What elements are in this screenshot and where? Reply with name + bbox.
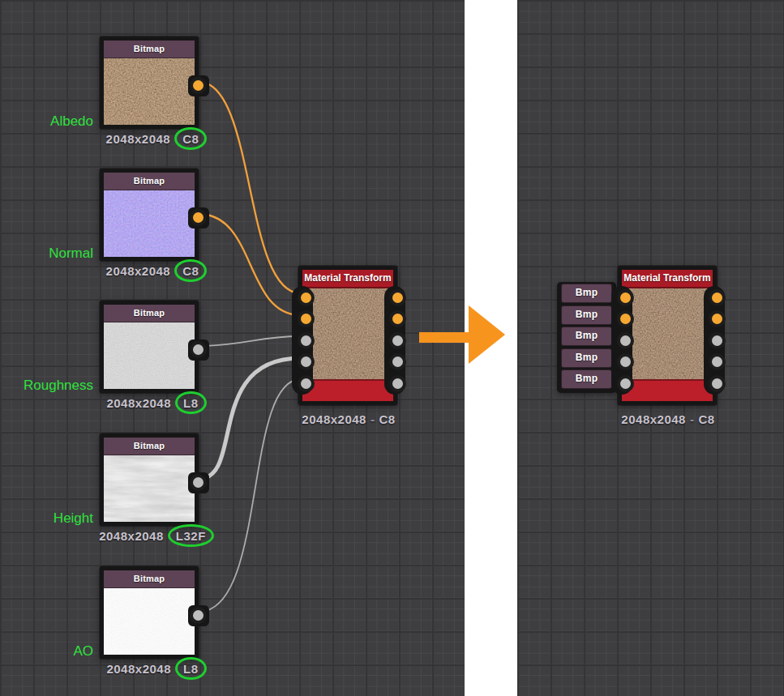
material-transform-header: Material Transform — [302, 270, 393, 288]
material-transform-caption-before: 2048x2048 - C8 — [274, 410, 423, 428]
bmp-node-5[interactable]: Bmp — [561, 369, 612, 389]
height-thumbnail — [104, 455, 195, 522]
output-port-4[interactable] — [709, 353, 726, 370]
node-label-height: Height — [4, 510, 93, 527]
ao-output-port[interactable] — [190, 607, 207, 624]
size-text: 2048x2048 — [106, 264, 171, 278]
normal-thumbnail — [104, 190, 195, 257]
bmp-node-4[interactable]: Bmp — [561, 348, 612, 368]
input-port-2[interactable] — [617, 310, 634, 327]
output-port-5[interactable] — [389, 375, 406, 392]
format-text: C8 — [379, 412, 395, 426]
bmp-node-group: Bmp Bmp Bmp Bmp Bmp — [557, 282, 616, 393]
bitmap-node-header: Bitmap — [104, 570, 195, 588]
separator: - — [371, 412, 375, 426]
bitmap-node-height[interactable]: Bitmap — [100, 433, 199, 526]
node-graph-screenshot: Bitmap Albedo 2048x2048 C8 Bitmap Normal… — [0, 0, 784, 696]
output-port-4[interactable] — [389, 353, 406, 370]
roughness-output-port[interactable] — [190, 341, 207, 358]
output-port-1[interactable] — [389, 289, 406, 306]
material-transform-footer — [622, 379, 713, 401]
albedo-thumbnail — [104, 58, 195, 125]
format-badge: L32F — [168, 524, 214, 547]
material-transform-thumbnail — [302, 288, 393, 379]
material-transform-node-after[interactable]: Material Transform — [618, 266, 717, 405]
size-text: 2048x2048 — [106, 662, 171, 676]
material-transform-header: Material Transform — [622, 270, 713, 288]
bitmap-node-header: Bitmap — [104, 305, 195, 322]
ao-caption: 2048x2048 L8 — [87, 658, 226, 679]
size-text: 2048x2048 — [302, 412, 366, 426]
output-port-2[interactable] — [709, 310, 726, 327]
input-port-1[interactable] — [298, 289, 315, 306]
output-port-1[interactable] — [709, 289, 726, 306]
input-port-3[interactable] — [298, 332, 315, 349]
input-port-1[interactable] — [617, 289, 634, 306]
material-transform-footer — [302, 379, 393, 401]
output-port-3[interactable] — [709, 332, 726, 349]
input-port-2[interactable] — [298, 310, 315, 327]
input-port-3[interactable] — [617, 332, 634, 349]
normal-caption: 2048x2048 C8 — [87, 260, 226, 281]
format-badge: C8 — [174, 259, 207, 282]
output-port-2[interactable] — [389, 310, 406, 327]
bmp-node-2[interactable]: Bmp — [561, 305, 612, 325]
bitmap-node-normal[interactable]: Bitmap — [100, 169, 199, 261]
height-caption: 2048x2048 L32F — [87, 525, 226, 546]
bmp-node-1[interactable]: Bmp — [561, 284, 612, 303]
bmp-node-3[interactable]: Bmp — [561, 327, 612, 346]
input-port-5[interactable] — [617, 375, 634, 392]
bitmap-node-albedo[interactable]: Bitmap — [100, 36, 199, 129]
roughness-caption: 2048x2048 L8 — [87, 392, 226, 413]
input-port-4[interactable] — [617, 353, 634, 370]
format-badge: C8 — [174, 127, 207, 150]
material-transform-thumbnail — [622, 288, 713, 379]
bitmap-node-roughness[interactable]: Bitmap — [100, 301, 199, 393]
bitmap-node-ao[interactable]: Bitmap — [100, 566, 199, 659]
transform-arrow-icon — [405, 292, 535, 373]
format-text: C8 — [698, 412, 714, 426]
ao-thumbnail — [104, 588, 195, 655]
height-output-port[interactable] — [190, 474, 207, 491]
output-port-5[interactable] — [709, 375, 726, 392]
separator: - — [690, 412, 695, 426]
bitmap-node-header: Bitmap — [104, 438, 195, 455]
roughness-thumbnail — [104, 322, 195, 389]
bitmap-node-header: Bitmap — [104, 41, 195, 58]
normal-output-port[interactable] — [190, 209, 207, 226]
size-text: 2048x2048 — [621, 412, 686, 426]
input-port-4[interactable] — [298, 353, 315, 370]
input-port-5[interactable] — [298, 375, 315, 392]
size-text: 2048x2048 — [99, 529, 164, 543]
size-text: 2048x2048 — [106, 132, 171, 146]
material-transform-caption-after: 2048x2048 - C8 — [593, 410, 743, 428]
output-port-3[interactable] — [389, 332, 406, 349]
albedo-caption: 2048x2048 C8 — [87, 128, 226, 149]
format-badge: L8 — [175, 391, 207, 414]
node-label-ao: AO — [4, 643, 93, 660]
format-badge: L8 — [175, 657, 207, 680]
material-transform-node-before[interactable]: Material Transform — [298, 266, 397, 405]
node-label-roughness: Roughness — [4, 378, 93, 394]
node-label-albedo: Albedo — [4, 113, 93, 130]
node-label-normal: Normal — [4, 246, 93, 262]
bitmap-node-header: Bitmap — [104, 173, 195, 190]
albedo-output-port[interactable] — [190, 77, 207, 94]
size-text: 2048x2048 — [106, 396, 171, 410]
